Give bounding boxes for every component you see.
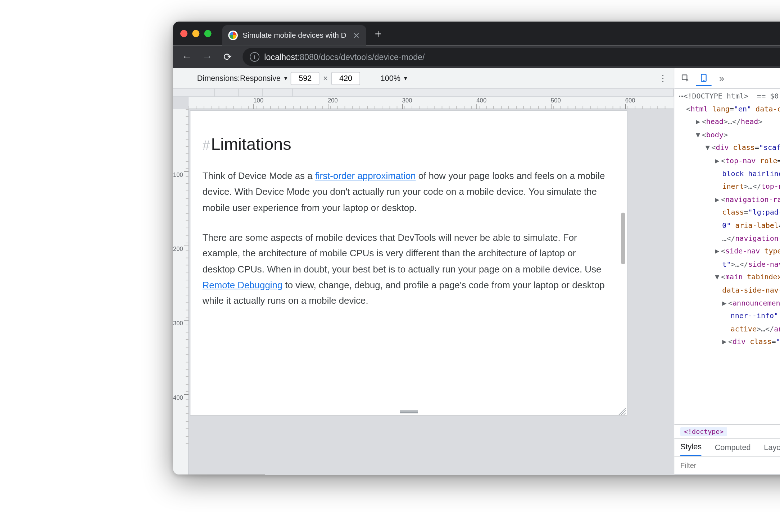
device-mode-more-icon[interactable]: ⋮ bbox=[658, 73, 668, 84]
back-button[interactable]: ← bbox=[178, 48, 196, 66]
tab-styles[interactable]: Styles bbox=[680, 439, 702, 456]
close-tab-icon[interactable]: ✕ bbox=[353, 31, 360, 40]
resize-handle-bottom-icon[interactable] bbox=[400, 411, 418, 413]
breadcrumb[interactable]: <!doctype> bbox=[674, 424, 780, 439]
forward-button[interactable]: → bbox=[198, 48, 216, 66]
url-text: localhost:8080/docs/devtools/device-mode… bbox=[264, 52, 425, 62]
more-tabs-icon[interactable]: » bbox=[714, 70, 729, 86]
breadcrumb-item[interactable]: <!doctype> bbox=[680, 427, 727, 436]
page-heading: #Limitations bbox=[203, 135, 609, 154]
url-toolbar: ← → ⟳ i localhost:8080/docs/devtools/dev… bbox=[173, 46, 780, 68]
width-input[interactable] bbox=[291, 72, 319, 85]
dimensions-preset-select[interactable]: Responsive▼ bbox=[240, 74, 289, 83]
site-info-icon[interactable]: i bbox=[250, 52, 259, 62]
minimize-window-icon[interactable] bbox=[192, 30, 199, 37]
device-mode-panel: Dimensions: Responsive▼ × 100%▼ ⋮ 100 20… bbox=[173, 68, 674, 474]
browser-tab[interactable]: Simulate mobile devices with D ✕ bbox=[222, 25, 366, 46]
tab-layout[interactable]: Layout bbox=[764, 439, 780, 456]
inspect-element-icon[interactable] bbox=[678, 70, 693, 86]
resize-handle-corner-icon[interactable] bbox=[618, 407, 626, 414]
viewport-stage: 100 200 300 400 500 600 100 200 300 400 … bbox=[173, 97, 674, 474]
remote-debugging-link[interactable]: Remote Debugging bbox=[203, 280, 283, 290]
dropdown-icon: ▼ bbox=[283, 75, 289, 81]
page-paragraph: There are some aspects of mobile devices… bbox=[203, 230, 609, 309]
tab-computed[interactable]: Computed bbox=[715, 439, 751, 456]
devtools-toolbar: » ⋮ ✕ bbox=[674, 68, 780, 89]
tab-strip: Simulate mobile devices with D ✕ ＋ ⌄ bbox=[173, 22, 780, 46]
styles-filter-bar: :hov .cls ＋ bbox=[674, 457, 780, 474]
dimensions-label: Dimensions: bbox=[197, 74, 240, 83]
device-toolbar: Dimensions: Responsive▼ × 100%▼ ⋮ bbox=[173, 68, 674, 89]
chrome-favicon-icon bbox=[228, 31, 238, 40]
close-window-icon[interactable] bbox=[180, 30, 187, 37]
dropdown-icon: ▼ bbox=[403, 75, 408, 81]
dom-tree[interactable]: ⋯<!DOCTYPE html> == $0 <html lang="en" d… bbox=[674, 89, 780, 424]
scrollbar-thumb[interactable] bbox=[621, 213, 625, 264]
zoom-select[interactable]: 100%▼ bbox=[381, 74, 408, 83]
new-tab-button[interactable]: ＋ bbox=[370, 25, 387, 42]
styles-tab-bar: Styles Computed Layout » bbox=[674, 439, 780, 457]
page-paragraph: Think of Device Mode as a first-order ap… bbox=[203, 168, 609, 216]
vertical-ruler: 100 200 300 400 bbox=[173, 109, 189, 474]
device-toggle-icon[interactable] bbox=[696, 70, 711, 86]
horizontal-ruler: 100 200 300 400 500 600 bbox=[189, 97, 674, 109]
simulated-page[interactable]: #Limitations Think of Device Mode as a f… bbox=[190, 110, 628, 416]
tab-title: Simulate mobile devices with D bbox=[242, 31, 348, 40]
browser-window: Simulate mobile devices with D ✕ ＋ ⌄ ← →… bbox=[173, 22, 780, 474]
media-query-bar[interactable] bbox=[173, 89, 674, 97]
dimension-separator: × bbox=[323, 74, 328, 83]
window-controls bbox=[180, 30, 212, 37]
height-input[interactable] bbox=[331, 72, 360, 85]
approximation-link[interactable]: first-order approximation bbox=[315, 171, 416, 181]
address-bar[interactable]: i localhost:8080/docs/devtools/device-mo… bbox=[242, 48, 780, 66]
filter-input[interactable] bbox=[674, 457, 740, 474]
devtools-panel: » ⋮ ✕ ⋯<!DOCTYPE html> == $0 <html lang=… bbox=[674, 68, 780, 474]
fullscreen-window-icon[interactable] bbox=[204, 30, 212, 37]
reload-button[interactable]: ⟳ bbox=[219, 48, 237, 66]
